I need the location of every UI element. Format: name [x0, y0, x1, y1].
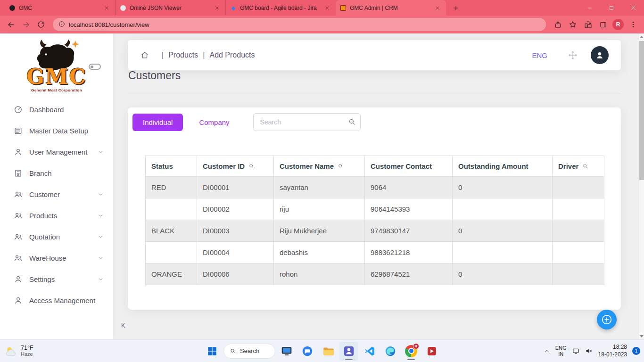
maximize-button[interactable] — [601, 0, 622, 16]
table-row[interactable]: BLACK DI00003 Riju Mukherjee 9749830147 … — [146, 220, 604, 242]
scroll-down-button[interactable] — [639, 333, 644, 339]
tab-json-viewer[interactable]: Online JSON Viewer — [115, 0, 225, 16]
taskbar-search[interactable]: Search — [223, 344, 275, 359]
tray-network-icon[interactable] — [572, 347, 580, 355]
search-icon[interactable] — [348, 118, 356, 127]
add-customer-fab[interactable] — [597, 310, 617, 329]
cell-outstanding-amount — [453, 198, 553, 220]
sidebar-item-products[interactable]: Products — [0, 205, 113, 226]
extensions-icon[interactable] — [581, 17, 595, 32]
tab-close-icon[interactable] — [434, 4, 441, 12]
cell-status — [146, 198, 197, 220]
weather-condition: Haze — [21, 351, 33, 357]
table-row[interactable]: ORANGE DI00006 rohon 6296874521 0 — [146, 263, 604, 285]
bookmark-star-icon[interactable] — [566, 17, 580, 32]
weather-widget[interactable]: 71°F Haze — [5, 340, 33, 362]
cell-customer-contact: 9064145393 — [365, 198, 453, 220]
sidebar-item-label: Master Data Setup — [29, 127, 88, 135]
tray-time: 18:28 — [613, 344, 627, 351]
column-search-icon[interactable] — [338, 163, 344, 169]
file-explorer-icon[interactable] — [319, 342, 338, 361]
tray-clock[interactable]: 18:28 18-01-2023 — [598, 344, 627, 358]
sidebar-item-user-management[interactable]: User Management — [0, 141, 113, 163]
fullscreen-move-icon[interactable] — [568, 50, 578, 60]
browser-profile-avatar[interactable]: R — [612, 19, 624, 30]
sidebar-item-quotation[interactable]: Quotation — [0, 226, 113, 247]
tab-jira[interactable]: GMC board - Agile board - Jira — [225, 0, 336, 16]
sidebar-collapse-toggle[interactable] — [89, 64, 101, 70]
edge-app-icon[interactable] — [381, 342, 400, 361]
header-link-products[interactable]: Products — [168, 51, 198, 59]
browser-toolbar: localhost:8081/customer/view R — [0, 16, 644, 33]
header-link-add-products[interactable]: Add Products — [209, 51, 255, 59]
scroll-up-button[interactable] — [639, 33, 644, 40]
search-input[interactable] — [253, 113, 361, 131]
menu-dots-icon[interactable] — [626, 17, 640, 32]
user-management-icon — [13, 148, 23, 157]
language-selector[interactable]: ENG — [532, 51, 547, 59]
minimize-button[interactable] — [579, 0, 601, 16]
tab-gmc[interactable]: GMC — [5, 0, 115, 16]
sidebar-item-customer[interactable]: Customer — [0, 184, 113, 205]
user-avatar[interactable] — [591, 46, 609, 64]
customer-icon — [13, 190, 23, 199]
column-search-icon[interactable] — [582, 163, 588, 169]
table-row[interactable]: DI00004 debashis 9883621218 — [146, 242, 604, 263]
chrome-app-icon[interactable]: R — [402, 342, 421, 361]
site-info-icon[interactable] — [58, 21, 65, 29]
customers-card: Individual Company Status Customer I — [128, 107, 621, 310]
back-icon[interactable] — [4, 17, 18, 32]
address-bar[interactable]: localhost:8081/customer/view — [53, 18, 546, 31]
page-viewport: GMC General Meat Corporation Dashboard M… — [0, 33, 644, 339]
table-row[interactable]: DI00002 riju 9064145393 — [146, 198, 604, 220]
sidebar-item-warehouse[interactable]: WareHouse — [0, 247, 113, 269]
products-icon — [13, 211, 23, 221]
tab-close-icon[interactable] — [213, 4, 221, 12]
tab-close-icon[interactable] — [323, 4, 331, 12]
tab-favicon — [120, 5, 126, 11]
sidebar-item-access-management[interactable]: Access Management — [0, 290, 113, 311]
jira-favicon — [231, 5, 236, 11]
red-media-app-icon[interactable] — [422, 342, 441, 361]
column-header-customer-name[interactable]: Customer Name — [274, 156, 365, 177]
chat-app-icon[interactable] — [298, 342, 317, 361]
share-icon[interactable] — [551, 17, 565, 32]
sidebar-item-label: Access Management — [29, 296, 95, 304]
vertical-scrollbar[interactable] — [638, 33, 644, 339]
column-label: Driver — [558, 162, 578, 170]
cell-customer-contact: 9749830147 — [365, 220, 453, 242]
sidebar-item-label: Settings — [29, 275, 55, 283]
sidebar-item-master-data-setup[interactable]: Master Data Setup — [0, 120, 113, 141]
sidebar-item-branch[interactable]: Branch — [0, 163, 113, 184]
tray-volume-mute-icon[interactable] — [585, 347, 593, 355]
teams-app-icon[interactable] — [339, 342, 358, 361]
cell-customer-name: debashis — [274, 242, 365, 263]
forward-icon[interactable] — [19, 17, 33, 32]
column-header-customer-id[interactable]: Customer ID — [197, 156, 274, 177]
tab-gmc-admin-crm-active[interactable]: GMC Admin | CRM — [336, 0, 446, 16]
home-icon[interactable] — [140, 50, 149, 60]
tab-individual[interactable]: Individual — [132, 114, 183, 131]
tab-company[interactable]: Company — [190, 114, 238, 131]
sidebar-item-dashboard[interactable]: Dashboard — [0, 99, 113, 120]
tray-chevron-up-icon[interactable] — [544, 348, 550, 354]
scrollbar-thumb[interactable] — [639, 41, 644, 180]
column-header-driver[interactable]: Driver — [553, 156, 604, 177]
column-search-icon[interactable] — [248, 163, 255, 169]
reload-icon[interactable] — [34, 17, 48, 32]
close-button[interactable] — [622, 0, 644, 16]
cell-customer-contact: 9883621218 — [365, 242, 453, 263]
monitor-app-icon[interactable] — [277, 342, 296, 361]
notification-count-badge[interactable]: 1 — [632, 347, 640, 355]
start-button[interactable] — [203, 342, 222, 361]
new-tab-button[interactable] — [450, 2, 462, 14]
tab-close-icon[interactable] — [103, 4, 110, 12]
sidebar-item-settings[interactable]: Settings — [0, 269, 113, 290]
vscode-app-icon[interactable] — [360, 342, 379, 361]
side-panel-icon[interactable] — [596, 17, 610, 32]
sidebar-item-label: User Management — [29, 148, 87, 156]
table-row[interactable]: RED DI00001 sayantan 9064 0 — [146, 177, 604, 198]
tray-language[interactable]: ENG IN — [555, 345, 567, 357]
sidebar-item-label: Products — [29, 212, 57, 220]
header-separator: | — [162, 51, 164, 59]
